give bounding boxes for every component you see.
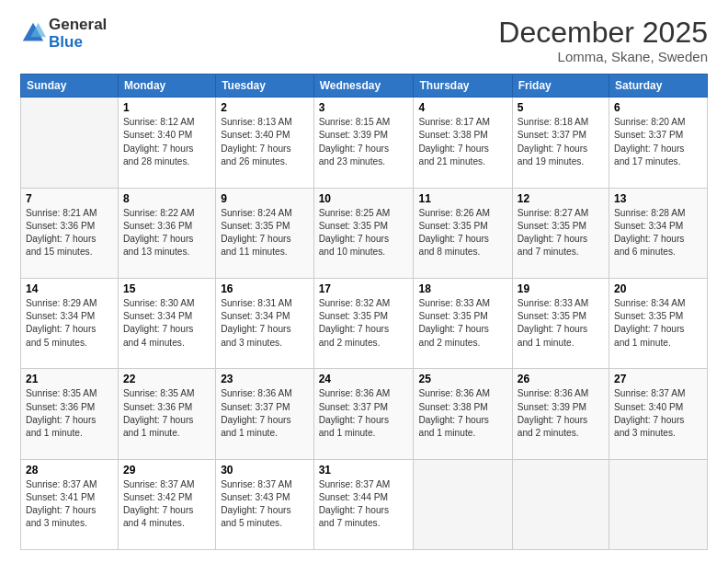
day-info: Sunrise: 8:22 AMSunset: 3:36 PMDaylight:… <box>123 207 210 259</box>
day-info: Sunrise: 8:21 AMSunset: 3:36 PMDaylight:… <box>26 207 113 259</box>
logo-text: General Blue <box>49 17 107 51</box>
calendar-cell: 25Sunrise: 8:36 AMSunset: 3:38 PMDayligh… <box>414 369 512 459</box>
day-number: 31 <box>319 464 409 477</box>
day-number: 22 <box>123 373 210 385</box>
calendar-cell <box>21 98 119 188</box>
day-number: 25 <box>418 373 506 385</box>
day-number: 3 <box>319 101 409 114</box>
calendar-cell: 18Sunrise: 8:33 AMSunset: 3:35 PMDayligh… <box>414 278 512 368</box>
day-info: Sunrise: 8:17 AMSunset: 3:38 PMDaylight:… <box>418 116 506 168</box>
day-number: 29 <box>123 464 210 477</box>
day-info: Sunrise: 8:12 AMSunset: 3:40 PMDaylight:… <box>123 116 210 168</box>
calendar-cell: 22Sunrise: 8:35 AMSunset: 3:36 PMDayligh… <box>118 369 215 459</box>
day-info: Sunrise: 8:36 AMSunset: 3:39 PMDaylight:… <box>518 387 604 440</box>
day-number: 13 <box>614 192 702 205</box>
calendar-cell: 15Sunrise: 8:30 AMSunset: 3:34 PMDayligh… <box>118 278 215 368</box>
col-sunday: Sunday <box>21 75 119 98</box>
col-saturday: Saturday <box>609 75 708 98</box>
logo-blue-text: Blue <box>49 34 107 52</box>
calendar-cell <box>512 459 609 549</box>
calendar-cell: 8Sunrise: 8:22 AMSunset: 3:36 PMDaylight… <box>118 188 215 278</box>
day-info: Sunrise: 8:36 AMSunset: 3:38 PMDaylight:… <box>418 387 506 440</box>
day-info: Sunrise: 8:37 AMSunset: 3:43 PMDaylight:… <box>221 478 309 531</box>
day-info: Sunrise: 8:28 AMSunset: 3:34 PMDaylight:… <box>614 207 702 259</box>
day-info: Sunrise: 8:31 AMSunset: 3:34 PMDaylight:… <box>221 297 309 350</box>
calendar-header-row: Sunday Monday Tuesday Wednesday Thursday… <box>21 75 708 98</box>
calendar-cell: 17Sunrise: 8:32 AMSunset: 3:35 PMDayligh… <box>313 278 414 368</box>
day-info: Sunrise: 8:37 AMSunset: 3:40 PMDaylight:… <box>614 387 702 440</box>
day-number: 24 <box>319 373 409 385</box>
day-info: Sunrise: 8:24 AMSunset: 3:35 PMDaylight:… <box>221 207 309 259</box>
calendar-cell: 11Sunrise: 8:26 AMSunset: 3:35 PMDayligh… <box>414 188 512 278</box>
day-info: Sunrise: 8:34 AMSunset: 3:35 PMDaylight:… <box>614 297 702 350</box>
title-block: December 2025 Lomma, Skane, Sweden <box>498 17 708 64</box>
day-info: Sunrise: 8:32 AMSunset: 3:35 PMDaylight:… <box>319 297 409 350</box>
day-info: Sunrise: 8:36 AMSunset: 3:37 PMDaylight:… <box>221 387 309 440</box>
day-info: Sunrise: 8:18 AMSunset: 3:37 PMDaylight:… <box>518 116 604 168</box>
day-info: Sunrise: 8:35 AMSunset: 3:36 PMDaylight:… <box>123 387 210 440</box>
day-info: Sunrise: 8:37 AMSunset: 3:41 PMDaylight:… <box>26 478 113 531</box>
day-number: 14 <box>26 282 113 295</box>
day-info: Sunrise: 8:35 AMSunset: 3:36 PMDaylight:… <box>26 387 113 440</box>
day-number: 10 <box>319 192 409 205</box>
day-info: Sunrise: 8:37 AMSunset: 3:44 PMDaylight:… <box>319 478 409 531</box>
calendar-cell: 24Sunrise: 8:36 AMSunset: 3:37 PMDayligh… <box>313 369 414 459</box>
calendar-cell: 9Sunrise: 8:24 AMSunset: 3:35 PMDaylight… <box>216 188 314 278</box>
col-wednesday: Wednesday <box>313 75 414 98</box>
calendar-cell: 30Sunrise: 8:37 AMSunset: 3:43 PMDayligh… <box>216 459 314 549</box>
calendar-cell: 3Sunrise: 8:15 AMSunset: 3:39 PMDaylight… <box>313 98 414 188</box>
day-info: Sunrise: 8:29 AMSunset: 3:34 PMDaylight:… <box>26 297 113 350</box>
day-number: 7 <box>26 192 113 205</box>
day-number: 19 <box>518 282 604 295</box>
calendar-cell: 5Sunrise: 8:18 AMSunset: 3:37 PMDaylight… <box>512 98 609 188</box>
calendar-cell: 27Sunrise: 8:37 AMSunset: 3:40 PMDayligh… <box>609 369 708 459</box>
calendar-cell: 16Sunrise: 8:31 AMSunset: 3:34 PMDayligh… <box>216 278 314 368</box>
day-info: Sunrise: 8:37 AMSunset: 3:42 PMDaylight:… <box>123 478 210 531</box>
day-info: Sunrise: 8:26 AMSunset: 3:35 PMDaylight:… <box>418 207 506 259</box>
calendar-cell: 2Sunrise: 8:13 AMSunset: 3:40 PMDaylight… <box>216 98 314 188</box>
day-number: 16 <box>221 282 309 295</box>
day-number: 20 <box>614 282 702 295</box>
location-subtitle: Lomma, Skane, Sweden <box>498 49 708 64</box>
calendar-cell: 29Sunrise: 8:37 AMSunset: 3:42 PMDayligh… <box>118 459 215 549</box>
header: General Blue December 2025 Lomma, Skane,… <box>20 17 708 64</box>
day-number: 17 <box>319 282 409 295</box>
month-title: December 2025 <box>498 17 708 49</box>
calendar-cell: 21Sunrise: 8:35 AMSunset: 3:36 PMDayligh… <box>21 369 119 459</box>
calendar-cell: 31Sunrise: 8:37 AMSunset: 3:44 PMDayligh… <box>313 459 414 549</box>
calendar-week-row: 1Sunrise: 8:12 AMSunset: 3:40 PMDaylight… <box>21 98 708 188</box>
calendar-cell: 7Sunrise: 8:21 AMSunset: 3:36 PMDaylight… <box>21 188 119 278</box>
day-info: Sunrise: 8:15 AMSunset: 3:39 PMDaylight:… <box>319 116 409 168</box>
calendar-cell: 19Sunrise: 8:33 AMSunset: 3:35 PMDayligh… <box>512 278 609 368</box>
calendar-cell: 14Sunrise: 8:29 AMSunset: 3:34 PMDayligh… <box>21 278 119 368</box>
day-number: 21 <box>26 373 113 385</box>
col-monday: Monday <box>118 75 215 98</box>
day-number: 28 <box>26 464 113 477</box>
logo-icon <box>20 20 46 46</box>
day-number: 4 <box>418 101 506 114</box>
calendar-cell: 10Sunrise: 8:25 AMSunset: 3:35 PMDayligh… <box>313 188 414 278</box>
day-number: 26 <box>518 373 604 385</box>
col-thursday: Thursday <box>414 75 512 98</box>
calendar-cell: 12Sunrise: 8:27 AMSunset: 3:35 PMDayligh… <box>512 188 609 278</box>
logo-general-text: General <box>49 17 107 34</box>
day-info: Sunrise: 8:27 AMSunset: 3:35 PMDaylight:… <box>518 207 604 259</box>
day-number: 9 <box>221 192 309 205</box>
calendar-cell: 28Sunrise: 8:37 AMSunset: 3:41 PMDayligh… <box>21 459 119 549</box>
calendar-cell: 1Sunrise: 8:12 AMSunset: 3:40 PMDaylight… <box>118 98 215 188</box>
calendar-cell <box>609 459 708 549</box>
calendar-week-row: 14Sunrise: 8:29 AMSunset: 3:34 PMDayligh… <box>21 278 708 368</box>
day-info: Sunrise: 8:25 AMSunset: 3:35 PMDaylight:… <box>319 207 409 259</box>
calendar-cell: 4Sunrise: 8:17 AMSunset: 3:38 PMDaylight… <box>414 98 512 188</box>
day-number: 1 <box>123 101 210 114</box>
day-number: 8 <box>123 192 210 205</box>
page: General Blue December 2025 Lomma, Skane,… <box>0 0 728 563</box>
day-number: 12 <box>518 192 604 205</box>
day-number: 2 <box>221 101 309 114</box>
day-number: 5 <box>518 101 604 114</box>
day-number: 11 <box>418 192 506 205</box>
calendar-week-row: 7Sunrise: 8:21 AMSunset: 3:36 PMDaylight… <box>21 188 708 278</box>
calendar-table: Sunday Monday Tuesday Wednesday Thursday… <box>20 74 708 550</box>
calendar-cell: 23Sunrise: 8:36 AMSunset: 3:37 PMDayligh… <box>216 369 314 459</box>
col-friday: Friday <box>512 75 609 98</box>
